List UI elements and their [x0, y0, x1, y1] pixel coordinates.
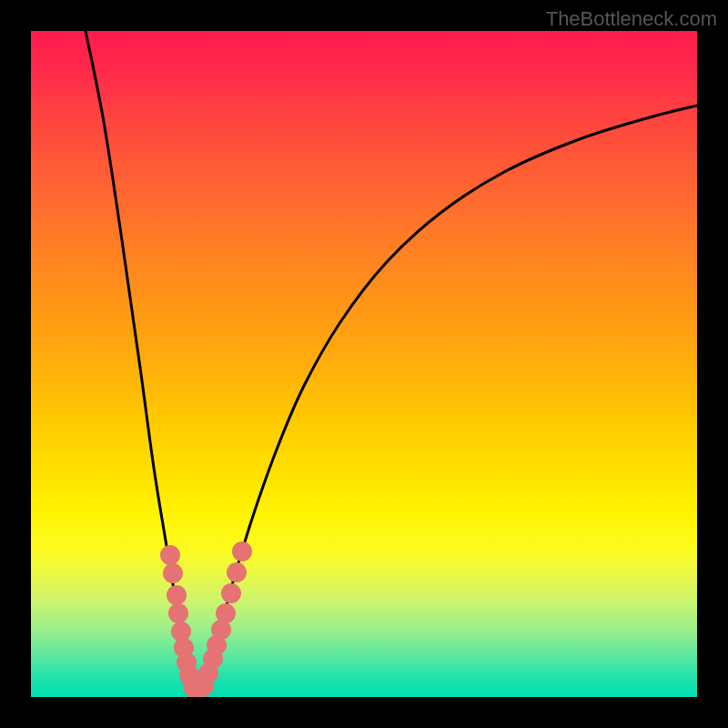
chart-plot-area	[31, 31, 697, 697]
watermark-text: TheBottleneck.com	[546, 7, 717, 31]
data-points-right	[194, 541, 252, 696]
chart-svg	[31, 31, 697, 697]
data-point	[232, 541, 252, 561]
data-point	[163, 563, 183, 583]
data-point	[216, 603, 236, 623]
data-point	[227, 562, 247, 582]
data-point	[160, 545, 180, 565]
curve-right	[197, 106, 697, 697]
chart-container: TheBottleneck.com	[0, 0, 728, 728]
data-point	[167, 585, 187, 605]
data-point	[221, 583, 241, 603]
data-point	[168, 603, 188, 623]
